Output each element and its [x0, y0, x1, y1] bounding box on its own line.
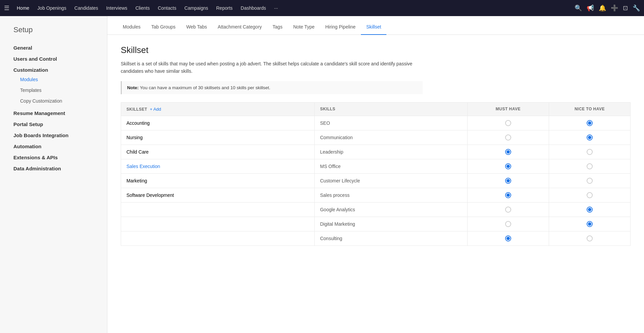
- skillset-link[interactable]: Sales Execution: [126, 164, 160, 169]
- sidebar-item-portal-setup[interactable]: Portal Setup: [0, 117, 107, 128]
- must-have-radio[interactable]: [505, 163, 511, 169]
- sidebar-item-general[interactable]: General: [0, 41, 107, 52]
- must-have-radio[interactable]: [505, 192, 511, 198]
- nice-to-have-radio[interactable]: [587, 207, 593, 213]
- nice-to-have-radio[interactable]: [587, 149, 593, 155]
- sidebar-sub-copy-customization[interactable]: Copy Customization: [0, 96, 107, 106]
- nice-to-have-cell[interactable]: [549, 159, 630, 173]
- skillset-cell: Accounting: [121, 116, 315, 130]
- page-content: Skillset Skillset is a set of skills tha…: [107, 35, 644, 333]
- skill-cell: MS Office: [315, 159, 468, 173]
- nav-reports[interactable]: Reports: [213, 3, 236, 13]
- skill-cell: Digital Marketing: [315, 217, 468, 231]
- must-have-radio[interactable]: [505, 235, 511, 241]
- tab-attachment-category[interactable]: Attachment Category: [212, 24, 267, 35]
- note-text: You can have a maximum of 30 skillsets a…: [139, 85, 270, 90]
- table-row: MarketingCustomer Lifecycle: [121, 173, 631, 188]
- sidebar-item-customization[interactable]: Customization: [0, 63, 107, 74]
- sidebar-item-resume-management[interactable]: Resume Management: [0, 106, 107, 117]
- col-header-skillset: SKILLSET + Add: [121, 102, 315, 116]
- col-header-skills: SKILLS: [315, 102, 468, 116]
- topnav-action-icons: 🔍 📢 🔔 ➕ ⊡ 🔧: [575, 4, 640, 12]
- note-box: Note: You can have a maximum of 30 skill…: [121, 81, 423, 94]
- nice-to-have-radio[interactable]: [587, 235, 593, 241]
- skill-cell: Communication: [315, 130, 468, 145]
- must-have-cell[interactable]: [467, 202, 549, 217]
- col-header-must-have: MUST HAVE: [467, 102, 549, 116]
- add-skillset-button[interactable]: + Add: [149, 107, 163, 112]
- must-have-cell[interactable]: [467, 188, 549, 202]
- grid-icon[interactable]: ⊡: [623, 4, 628, 12]
- tab-tab-groups[interactable]: Tab Groups: [146, 24, 181, 35]
- nav-clients[interactable]: Clients: [132, 3, 153, 13]
- skill-cell: Google Analytics: [315, 202, 468, 217]
- skillset-cell: [121, 202, 315, 217]
- tab-modules[interactable]: Modules: [117, 24, 146, 35]
- must-have-radio[interactable]: [505, 120, 511, 126]
- skillset-cell: Sales Execution: [121, 159, 315, 173]
- sidebar-item-automation[interactable]: Automation: [0, 140, 107, 151]
- broadcast-icon[interactable]: 📢: [587, 4, 594, 12]
- must-have-radio[interactable]: [505, 149, 511, 155]
- tab-hiring-pipeline[interactable]: Hiring Pipeline: [320, 24, 361, 35]
- nav-dashboards[interactable]: Dashboards: [237, 3, 270, 13]
- nice-to-have-radio[interactable]: [587, 120, 593, 126]
- content-area: Modules Tab Groups Web Tabs Attachment C…: [107, 16, 644, 333]
- notification-icon[interactable]: 🔔: [599, 4, 606, 12]
- sidebar-item-extensions[interactable]: Extensions & APIs: [0, 151, 107, 162]
- nice-to-have-cell[interactable]: [549, 116, 630, 130]
- tab-tags[interactable]: Tags: [267, 24, 288, 35]
- skillset-cell: [121, 217, 315, 231]
- tab-web-tabs[interactable]: Web Tabs: [181, 24, 212, 35]
- sidebar-sub-modules[interactable]: Modules: [0, 74, 107, 85]
- search-icon[interactable]: 🔍: [575, 4, 582, 12]
- sidebar-title: Setup: [0, 25, 107, 41]
- must-have-cell[interactable]: [467, 159, 549, 173]
- nice-to-have-radio[interactable]: [587, 178, 593, 184]
- nice-to-have-radio[interactable]: [587, 163, 593, 169]
- must-have-cell[interactable]: [467, 217, 549, 231]
- skill-cell: Leadership: [315, 145, 468, 159]
- nav-contacts[interactable]: Contacts: [154, 3, 179, 13]
- must-have-cell[interactable]: [467, 173, 549, 188]
- nice-to-have-radio[interactable]: [587, 192, 593, 198]
- sidebar-item-job-boards[interactable]: Job Boards Integration: [0, 128, 107, 140]
- settings-icon[interactable]: 🔧: [633, 4, 640, 12]
- nav-more[interactable]: ···: [271, 3, 281, 13]
- table-row: Google Analytics: [121, 202, 631, 217]
- sidebar-sub-templates[interactable]: Templates: [0, 85, 107, 96]
- nav-interviews[interactable]: Interviews: [103, 3, 131, 13]
- nice-to-have-cell[interactable]: [549, 130, 630, 145]
- must-have-cell[interactable]: [467, 231, 549, 245]
- add-icon[interactable]: ➕: [611, 4, 618, 12]
- nice-to-have-cell[interactable]: [549, 217, 630, 231]
- nice-to-have-cell[interactable]: [549, 231, 630, 245]
- must-have-cell[interactable]: [467, 145, 549, 159]
- hamburger-icon[interactable]: ☰: [4, 4, 9, 12]
- skillset-cell: Nursing: [121, 130, 315, 145]
- nav-candidates[interactable]: Candidates: [71, 3, 102, 13]
- must-have-cell[interactable]: [467, 116, 549, 130]
- must-have-cell[interactable]: [467, 130, 549, 145]
- sidebar-item-data-admin[interactable]: Data Administration: [0, 162, 107, 173]
- nav-job-openings[interactable]: Job Openings: [34, 3, 69, 13]
- skillset-cell: Software Development: [121, 188, 315, 202]
- sidebar: Setup General Users and Control Customiz…: [0, 16, 107, 333]
- sidebar-item-users-and-control[interactable]: Users and Control: [0, 52, 107, 63]
- nice-to-have-cell[interactable]: [549, 202, 630, 217]
- nice-to-have-radio[interactable]: [587, 221, 593, 227]
- must-have-radio[interactable]: [505, 178, 511, 184]
- nice-to-have-cell[interactable]: [549, 188, 630, 202]
- nav-campaigns[interactable]: Campaigns: [181, 3, 212, 13]
- table-row: NursingCommunication: [121, 130, 631, 145]
- nice-to-have-cell[interactable]: [549, 145, 630, 159]
- must-have-radio[interactable]: [505, 134, 511, 141]
- nice-to-have-cell[interactable]: [549, 173, 630, 188]
- nav-home[interactable]: Home: [13, 3, 33, 13]
- tab-skillset[interactable]: Skillset: [361, 24, 386, 35]
- skill-cell: SEO: [315, 116, 468, 130]
- nice-to-have-radio[interactable]: [587, 134, 593, 141]
- must-have-radio[interactable]: [505, 207, 511, 213]
- tab-note-type[interactable]: Note Type: [288, 24, 320, 35]
- must-have-radio[interactable]: [505, 221, 511, 227]
